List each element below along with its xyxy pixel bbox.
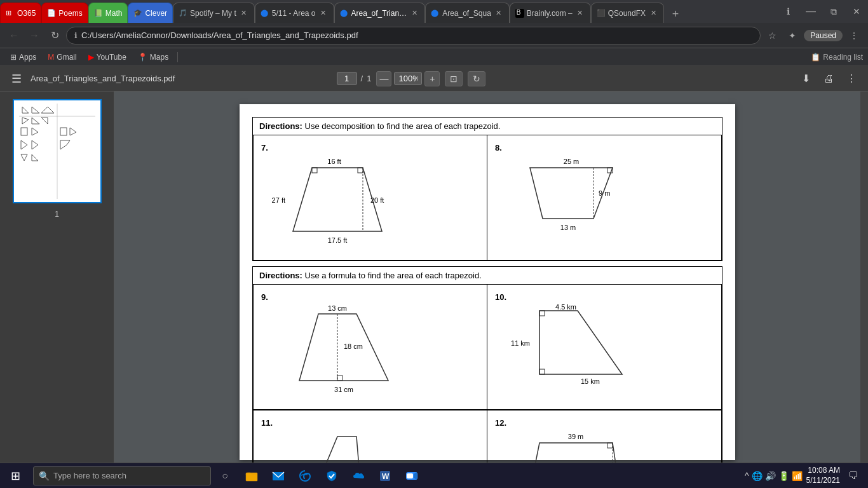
thumbnail-page-1[interactable] (13, 99, 102, 203)
tab-spotify-close[interactable]: ✕ (239, 8, 249, 18)
close-button[interactable]: ✕ (845, 0, 868, 23)
tab-spotify-label: Spotify – My t (190, 9, 236, 18)
lock-icon: ℹ (74, 31, 78, 40)
tab-area511-label: 5/11 - Area o (272, 9, 316, 18)
tab-brainly-label: Brainly.com – (527, 9, 573, 18)
pdf-zoom-input[interactable] (394, 72, 422, 85)
paused-button[interactable]: Paused (804, 30, 843, 41)
reading-list-icon: 📋 (811, 53, 820, 62)
tab-area511[interactable]: ⬤ 5/11 - Area o ✕ (255, 3, 334, 23)
forward-button[interactable]: → (25, 27, 43, 44)
tab-area-sq[interactable]: ⬤ Area_of_Squa ✕ (425, 3, 510, 23)
new-tab-button[interactable]: + (667, 5, 684, 23)
svg-text:17.5 ft: 17.5 ft (328, 236, 348, 244)
svg-text:13 cm: 13 cm (328, 304, 347, 312)
tab-qsound-close[interactable]: ✕ (648, 8, 658, 18)
zoom-out-button[interactable]: — (376, 71, 391, 86)
problem-11-num: 11. (261, 418, 479, 428)
bookmarks-separator (177, 52, 178, 62)
bookmark-apps[interactable]: ⊞ Apps (5, 51, 41, 63)
svg-marker-44 (306, 437, 363, 463)
navigation-bar: ← → ↻ ℹ C:/Users/AmeliaConnor/Downloads/… (0, 23, 868, 48)
tab-area-tri-close[interactable]: ✕ (409, 8, 419, 18)
tab-area511-close[interactable]: ✕ (318, 8, 329, 18)
speaker-icon[interactable]: 🔊 (765, 471, 776, 481)
spotify-icon: 🎵 (179, 9, 187, 18)
svg-text:11 km: 11 km (511, 339, 530, 347)
start-button[interactable]: ⊞ (0, 463, 31, 489)
taskbar-onedrive-icon[interactable] (346, 463, 371, 489)
taskbar-search[interactable]: 🔍 Type here to search (33, 466, 211, 485)
svg-text:39 m: 39 m (568, 433, 583, 440)
area-sq-icon: ⬤ (431, 9, 440, 18)
network-icon[interactable]: 🌐 (752, 471, 763, 481)
svg-text:13 m: 13 m (560, 224, 576, 231)
chevron-up-icon[interactable]: ^ (745, 471, 749, 481)
maps-label: Maps (150, 53, 168, 62)
svg-text:9 m: 9 m (599, 189, 610, 197)
zoom-in-button[interactable]: + (424, 71, 440, 86)
section2-problems: 9. 13 cm 18 cm 31 cm (252, 285, 722, 463)
tab-math-label: Math (105, 9, 123, 18)
battery-icon[interactable]: 🔋 (778, 471, 789, 481)
pdf-page-sep: / (361, 74, 363, 83)
problem-8-svg: 25 m 9 m 13 m (495, 155, 660, 250)
tab-o365[interactable]: ⊞ O365 (0, 3, 41, 23)
tab-brainly-close[interactable]: ✕ (575, 8, 585, 18)
qsound-icon: ⬛ (597, 9, 606, 18)
section2-directions: Directions: (259, 271, 302, 280)
tab-spotify[interactable]: 🎵 Spotify – My t ✕ (173, 3, 255, 23)
refresh-button[interactable]: ↻ (46, 27, 64, 44)
cortana-button[interactable]: ○ (214, 463, 236, 489)
problem-11: 11. 26 in 7 in 8.8 in (253, 410, 487, 463)
download-button[interactable]: ⬇ (797, 70, 815, 88)
bookmark-gmail[interactable]: M Gmail (43, 51, 81, 63)
settings-button[interactable]: ⋮ (845, 27, 863, 44)
tab-area-sq-label: Area_of_Squa (442, 9, 491, 18)
taskbar-word-icon[interactable]: W (372, 463, 398, 489)
minimize-button[interactable]: — (799, 0, 822, 23)
tab-clever[interactable]: 🎓 Clever (128, 3, 173, 23)
taskbar-security-icon[interactable] (319, 463, 344, 489)
svg-text:18 cm: 18 cm (344, 342, 363, 350)
taskbar-zoom-icon[interactable] (399, 463, 424, 489)
right-scrollbar[interactable] (860, 92, 868, 463)
problem-12-svg: 39 m 28 m 32 m 16 m (495, 430, 660, 463)
pdf-page-input[interactable] (337, 72, 357, 85)
star-button[interactable]: ☆ (763, 27, 781, 44)
svg-marker-38 (539, 311, 622, 374)
collections-button[interactable]: ✦ (783, 27, 801, 44)
notification-icon: 🗨 (848, 470, 858, 482)
svg-rect-19 (358, 168, 363, 173)
restore-button[interactable]: ⧉ (822, 0, 845, 23)
pdf-scroll[interactable]: Directions: Use decomposition to find th… (114, 92, 860, 463)
window-info-icon[interactable]: ℹ (776, 0, 799, 23)
back-button[interactable]: ← (5, 27, 23, 44)
taskbar-clock[interactable]: 10:08 AM 5/11/2021 (806, 466, 840, 485)
taskbar-explorer-icon[interactable] (239, 463, 264, 489)
taskbar-edge-icon[interactable] (292, 463, 318, 489)
address-bar[interactable]: ℹ C:/Users/AmeliaConnor/Downloads/Area_o… (66, 27, 761, 44)
tab-poems[interactable]: 📄 Poems (41, 3, 88, 23)
poems-icon: 📄 (47, 9, 56, 18)
rotate-button[interactable]: ↻ (468, 71, 485, 86)
notification-center[interactable]: 🗨 (844, 463, 863, 489)
reading-list[interactable]: 📋 Reading list (811, 53, 863, 62)
taskbar-mail-icon[interactable] (266, 463, 291, 489)
windows-icon: ⊞ (11, 469, 20, 483)
bookmarks-bar: ⊞ Apps M Gmail ▶ YouTube 📍 Maps 📋 Readin… (0, 48, 868, 66)
bookmark-youtube[interactable]: ▶ YouTube (83, 51, 132, 63)
pdf-menu-button[interactable]: ☰ (8, 70, 25, 88)
svg-text:16 ft: 16 ft (327, 158, 341, 165)
bookmark-maps[interactable]: 📍 Maps (133, 51, 173, 63)
tab-math[interactable]: 📗 Math (88, 3, 128, 23)
print-button[interactable]: 🖨 (820, 70, 837, 88)
tab-qsound[interactable]: ⬛ QSoundFX ✕ (591, 3, 664, 23)
fit-page-button[interactable]: ⊡ (445, 71, 463, 86)
tab-brainly[interactable]: B Brainly.com – ✕ (510, 3, 591, 23)
tab-area-sq-close[interactable]: ✕ (494, 8, 504, 18)
tab-area-tri[interactable]: ⬤ Area_of_Trian… ✕ (334, 3, 426, 23)
pdf-more-button[interactable]: ⋮ (843, 70, 860, 88)
svg-text:31 cm: 31 cm (334, 386, 353, 393)
wifi-icon[interactable]: 📶 (792, 471, 803, 481)
